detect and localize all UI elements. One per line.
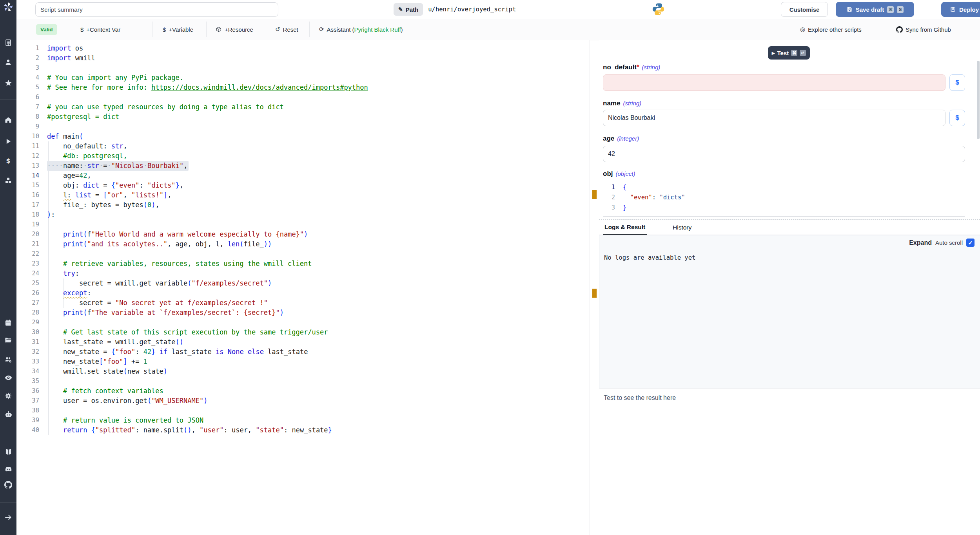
script-summary-input[interactable] (35, 2, 278, 17)
add-resource-button[interactable]: +Resource (216, 19, 253, 40)
line-number: 33 (16, 357, 39, 367)
line-number: 28 (16, 308, 39, 318)
reset-button[interactable]: ↺ Reset (275, 19, 298, 40)
line-number: 11 (16, 141, 39, 151)
deploy-button[interactable]: Deploy (941, 2, 980, 17)
line-number: 34 (16, 367, 39, 376)
docs-book-icon[interactable] (0, 447, 16, 457)
warning-overview-marker (592, 289, 597, 298)
insert-variable-button[interactable]: $ (949, 110, 965, 126)
code-line (47, 122, 368, 132)
code-line: ····name:·str·=·"Nicolas·Bourbaki", (47, 161, 368, 171)
field-label-name: name (string) (603, 99, 641, 107)
code-line: # retrieve variables, resources, states … (47, 259, 368, 269)
code-content[interactable]: import osimport wmill# You can import an… (47, 43, 368, 435)
line-number: 15 (16, 181, 39, 190)
valid-label: Valid (40, 27, 53, 33)
code-line: } (623, 202, 685, 213)
favorites-star-icon[interactable] (0, 78, 16, 88)
runs-play-icon[interactable] (0, 137, 16, 146)
code-line (47, 318, 368, 327)
test-button[interactable]: ▶ Test ⌘ ↵ (768, 46, 810, 60)
assistant-button[interactable]: ⟳ Assistant (Pyright Black Ruff) (319, 19, 403, 40)
settings-gear-icon[interactable] (0, 391, 16, 401)
path-field[interactable]: ✎ Path u/henri/overjoyed_script (394, 3, 516, 16)
audit-logs-eye-icon[interactable] (0, 373, 16, 382)
no-default-input[interactable] (603, 74, 946, 91)
code-line: import wmill (47, 53, 368, 63)
explore-compass-icon: ◎ (800, 26, 805, 33)
result-placeholder: Test to see the result here (604, 394, 676, 401)
valid-status-badge: Valid (36, 24, 57, 35)
code-line: #postgresql = dict (47, 112, 368, 122)
add-context-var-button[interactable]: $ +Context Var (80, 19, 120, 40)
logs-empty-message: No logs are available yet (604, 254, 695, 261)
discord-icon[interactable] (0, 465, 16, 474)
age-input[interactable] (603, 146, 965, 162)
line-number: 2 (603, 192, 615, 202)
obj-json-editor[interactable]: 123 { "even": "dicts"} (603, 180, 965, 217)
ai-robot-icon[interactable] (0, 410, 16, 419)
github-icon[interactable] (0, 480, 16, 490)
path-pill[interactable]: ✎ Path (394, 3, 423, 16)
dollar-icon: $ (80, 26, 83, 33)
json-content[interactable]: { "even": "dicts"} (623, 182, 685, 213)
code-line (47, 249, 368, 259)
pencil-icon: ✎ (398, 6, 403, 13)
toolbar-separator (309, 22, 310, 37)
code-editor[interactable]: 1234567891011121314151617181920212223242… (16, 40, 590, 535)
tab-history[interactable]: History (671, 220, 693, 235)
code-line: file_: bytes = bytes(0), (47, 200, 368, 210)
line-number: 19 (16, 220, 39, 230)
workspace-building-icon[interactable] (0, 38, 16, 47)
add-variable-label: +Variable (169, 26, 193, 33)
line-number: 5 (16, 83, 39, 92)
auto-scroll-checkbox[interactable]: ✓ (966, 239, 975, 247)
logs-result-tab-label: Logs & Result (604, 224, 645, 231)
history-tab-label: History (673, 224, 691, 231)
code-line: # See here for more info: https://docs.w… (47, 83, 368, 92)
sync-from-github-button[interactable]: Sync from Github (896, 19, 951, 40)
windmill-logo-icon[interactable] (0, 2, 16, 12)
home-icon[interactable] (0, 115, 16, 125)
enter-key-badge: ↵ (800, 50, 806, 56)
line-number: 8 (16, 112, 39, 122)
expand-button[interactable]: Expand (909, 239, 932, 246)
s-key-badge: S (897, 6, 904, 13)
add-variable-button[interactable]: $ +Variable (163, 19, 193, 40)
groups-users-icon[interactable] (0, 355, 16, 364)
explore-other-scripts-button[interactable]: ◎ Explore other scripts (800, 19, 862, 40)
resources-cubes-icon[interactable] (0, 176, 16, 185)
line-number: 27 (16, 298, 39, 308)
code-line: obj: dict = {"even": "dicts"}, (47, 181, 368, 190)
line-number: 29 (16, 318, 39, 327)
save-draft-button[interactable]: Save draft ⌘ S (836, 2, 914, 17)
check-icon: ✓ (968, 240, 973, 246)
line-number: 23 (16, 259, 39, 269)
line-number: 10 (16, 132, 39, 141)
name-input[interactable] (603, 110, 946, 126)
variables-dollar-icon[interactable]: $ (0, 156, 16, 166)
code-line: last_state = wmill.get_state() (47, 337, 368, 347)
expand-sidebar-arrow-icon[interactable] (0, 513, 16, 522)
save-icon (846, 6, 853, 13)
code-line: secret = "No secret yet at f/examples/se… (47, 298, 368, 308)
path-value[interactable]: u/henri/overjoyed_script (428, 6, 516, 13)
user-icon[interactable] (0, 58, 16, 67)
folders-icon[interactable] (0, 335, 16, 345)
line-number: 22 (16, 249, 39, 259)
sidebar: $ (0, 0, 16, 535)
add-resource-label: +Resource (225, 26, 253, 33)
sidebar-divider (0, 502, 16, 503)
customise-button[interactable]: Customise (781, 2, 828, 17)
toolbar-separator (266, 22, 266, 37)
code-line: # Get last state of this script executio… (47, 327, 368, 337)
panel-scrollbar[interactable] (977, 61, 980, 139)
insert-variable-button[interactable]: $ (949, 74, 965, 91)
splitter-handle[interactable] (586, 170, 597, 172)
line-number: 7 (16, 102, 39, 112)
code-line: # fetch context variables (47, 386, 368, 396)
schedules-calendar-icon[interactable] (0, 318, 16, 327)
tab-logs-result[interactable]: Logs & Result (603, 220, 647, 235)
line-number: 4 (16, 73, 39, 83)
